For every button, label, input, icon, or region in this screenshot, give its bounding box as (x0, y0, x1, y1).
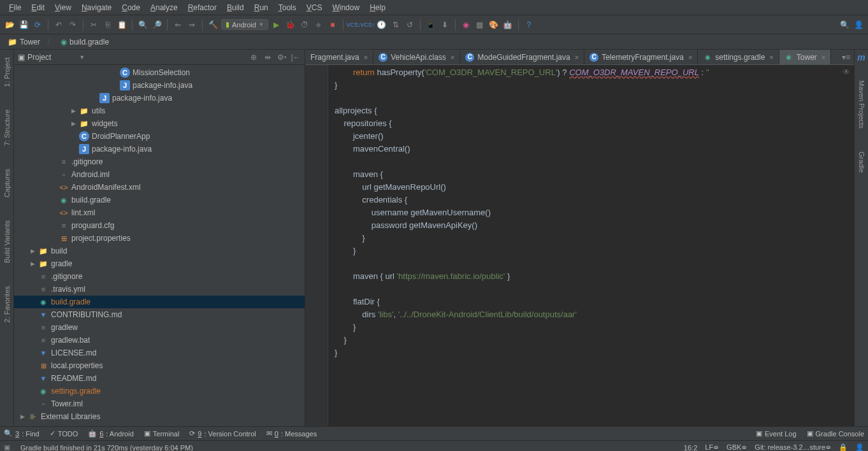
forward-icon[interactable]: ⇒ (186, 19, 198, 31)
tree-item[interactable]: ▼LICENSE.md (14, 347, 305, 359)
run-configuration-dropdown[interactable]: ▮ Android ▼ (221, 19, 268, 30)
editor-tab[interactable]: CModeGuidedFragment.java× (460, 50, 584, 64)
tree-item[interactable]: ▶📁gradle (14, 257, 305, 270)
tool-tab-captures[interactable]: Captures (2, 164, 12, 203)
locate-icon[interactable]: ⊕ (249, 52, 259, 62)
tool-tab----structure[interactable]: 7: Structure (2, 104, 12, 151)
tree-item[interactable]: <>lint.xml (14, 206, 305, 219)
tree-item[interactable]: ▶📁utils (14, 104, 305, 117)
tree-item[interactable]: ≡.travis.yml (14, 283, 305, 296)
user-icon[interactable]: 👤 (853, 19, 864, 31)
tool-tab-gradle[interactable]: Gradle (857, 147, 867, 178)
tree-item[interactable]: ≡.gitignore (14, 270, 305, 283)
tab-dropdown-icon[interactable]: ▾≡ (842, 53, 850, 62)
menu-run[interactable]: Run (249, 3, 273, 12)
bottom-tab-find[interactable]: 🔍3: Find (4, 429, 40, 438)
profile-icon[interactable]: ⏱ (299, 19, 310, 31)
genymotion-icon[interactable]: ◉ (460, 19, 472, 31)
editor-tab[interactable]: ◉settings.gradle× (698, 50, 779, 64)
tree-item[interactable]: ⊞project.properties (14, 232, 305, 245)
editor-tab[interactable]: Fragment.java× (305, 50, 373, 64)
expand-icon[interactable]: ▶ (70, 108, 76, 114)
editor-gutter[interactable] (305, 65, 328, 426)
close-tab-icon[interactable]: × (688, 54, 692, 61)
bottom-tab-versioncontrol[interactable]: ⟳9: Version Control (189, 429, 256, 438)
tree-item[interactable]: CDroidPlannerApp (14, 130, 305, 143)
close-tab-icon[interactable]: × (451, 54, 454, 61)
vcs-push-icon[interactable]: ⇅ (390, 19, 401, 31)
copy-icon[interactable]: ⎘ (102, 19, 113, 31)
tree-item[interactable]: CMissionSelection (14, 66, 305, 79)
editor-tab[interactable]: CVehicleApi.class× (373, 50, 460, 64)
bottom-tab-gradle-console[interactable]: ▣Gradle Console (807, 429, 864, 438)
project-scope-dropdown-icon[interactable]: ▼ (79, 54, 85, 61)
android-robot-icon[interactable]: 🤖 (502, 19, 514, 31)
run-icon[interactable]: ▶ (271, 19, 282, 31)
menu-file[interactable]: File (4, 3, 26, 12)
menu-view[interactable]: View (50, 3, 76, 12)
vcs-commit-icon[interactable]: VCS↑ (362, 19, 373, 31)
replace-icon[interactable]: 🔎 (151, 19, 163, 31)
tree-item[interactable]: ▼CONTRIBUTING.md (14, 308, 305, 321)
bottom-tab-todo[interactable]: ✓TODO (50, 429, 78, 438)
expand-icon[interactable]: ▶ (29, 248, 36, 254)
layout-icon[interactable]: ▦ (474, 19, 486, 31)
code-editor[interactable]: return hasProperty('COM_O3DR_MAVEN_REPO_… (328, 65, 854, 426)
paste-icon[interactable]: 📋 (116, 19, 127, 31)
tree-item[interactable]: ≡proguard.cfg (14, 219, 305, 232)
close-tab-icon[interactable]: × (821, 54, 825, 61)
close-tab-icon[interactable]: × (769, 54, 773, 61)
tool-tab-maven-projects[interactable]: Maven Projects (857, 75, 867, 134)
expand-icon[interactable]: ▶ (29, 261, 36, 267)
menu-analyze[interactable]: Analyze (145, 3, 183, 12)
tree-item[interactable]: ≡.gitignore (14, 155, 305, 168)
bottom-tab-android[interactable]: 🤖6: Android (88, 429, 134, 438)
tree-item[interactable]: ⊞local.properties (14, 359, 305, 372)
project-panel-title[interactable]: Project (27, 53, 51, 62)
tree-item[interactable]: ▼README.md (14, 372, 305, 385)
tool-tab-build-variants[interactable]: Build Variants (2, 215, 12, 268)
sdk-icon[interactable]: ⬇ (439, 19, 451, 31)
tree-item[interactable]: ▫Tower.iml (14, 397, 305, 410)
menu-refactor[interactable]: Refactor (183, 3, 222, 12)
redo-icon[interactable]: ↷ (67, 19, 78, 31)
readonly-lock-icon[interactable]: 🔒 (839, 443, 848, 451)
menu-tools[interactable]: Tools (273, 3, 301, 12)
tree-item[interactable]: ◉build.gradle (14, 194, 305, 206)
bottom-tab-event-log[interactable]: ▣Event Log (756, 429, 797, 438)
tree-item[interactable]: ≡gradlew (14, 321, 305, 334)
tree-item[interactable]: ◉settings.gradle (14, 385, 305, 397)
expand-icon[interactable]: ▶ (19, 413, 25, 420)
close-tab-icon[interactable]: × (575, 54, 579, 61)
tree-item[interactable]: <>AndroidManifest.xml (14, 181, 305, 194)
inspections-eye-icon[interactable]: 👁 (843, 68, 850, 76)
file-encoding[interactable]: GBK≑ (727, 443, 747, 451)
expand-icon[interactable]: ▶ (70, 120, 76, 127)
tree-item[interactable]: Jpackage-info.java (14, 79, 305, 92)
build-icon[interactable]: 🔨 (207, 19, 219, 31)
tree-item[interactable]: ▶⊪External Libraries (14, 410, 305, 423)
save-icon[interactable]: 💾 (18, 19, 29, 31)
vcs-history-icon[interactable]: 🕐 (376, 19, 387, 31)
tree-item[interactable]: ▶📁widgets (14, 117, 305, 130)
find-icon[interactable]: 🔍 (137, 19, 148, 31)
vcs-update-icon[interactable]: VCS↓ (348, 19, 359, 31)
editor-tab[interactable]: CTelemetryFragment.java× (584, 50, 698, 64)
menu-navigate[interactable]: Navigate (76, 3, 117, 12)
theme-icon[interactable]: 🎨 (488, 19, 500, 31)
bottom-tab-terminal[interactable]: ▣Terminal (144, 429, 180, 438)
undo-icon[interactable]: ↶ (53, 19, 64, 31)
attach-icon[interactable]: ⎆ (313, 19, 324, 31)
caret-position[interactable]: 16:2 (684, 444, 697, 452)
tree-item[interactable]: ◉build.gradle (14, 296, 305, 308)
collapse-all-icon[interactable]: ⇹ (263, 52, 273, 62)
vcs-revert-icon[interactable]: ↺ (404, 19, 416, 31)
avd-icon[interactable]: 📱 (425, 19, 437, 31)
tree-item[interactable]: ▫Android.iml (14, 168, 305, 181)
tree-item[interactable]: ≡gradlew.bat (14, 334, 305, 347)
menu-window[interactable]: Window (327, 3, 365, 12)
status-tool-windows-icon[interactable]: ▣ (4, 443, 13, 452)
settings-gear-icon[interactable]: ⚙▾ (277, 52, 287, 62)
git-branch[interactable]: Git: release-3.2…sture≑ (755, 443, 831, 451)
tree-item[interactable]: Jpackage-info.java (14, 143, 305, 155)
